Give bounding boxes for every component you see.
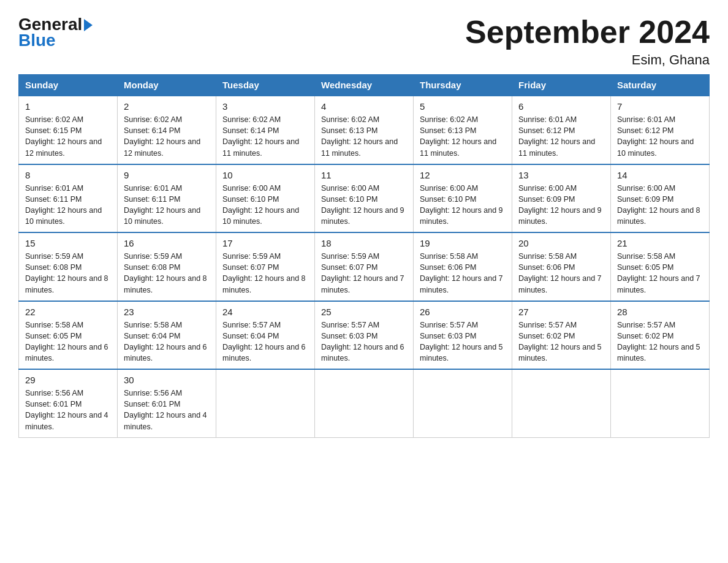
calendar-cell: 5Sunrise: 6:02 AMSunset: 6:13 PMDaylight… (414, 96, 512, 164)
day-info: Sunrise: 6:02 AMSunset: 6:14 PMDaylight:… (124, 114, 210, 159)
day-info: Sunrise: 6:00 AMSunset: 6:10 PMDaylight:… (321, 183, 407, 228)
day-number: 14 (617, 170, 703, 180)
weekday-header-friday: Friday (512, 75, 611, 96)
logo-blue-text: Blue (18, 31, 93, 50)
logo: General Blue (18, 15, 93, 50)
calendar-cell: 12Sunrise: 6:00 AMSunset: 6:10 PMDayligh… (414, 164, 512, 233)
day-info: Sunrise: 5:58 AMSunset: 6:05 PMDaylight:… (25, 320, 111, 364)
day-info: Sunrise: 5:58 AMSunset: 6:06 PMDaylight:… (420, 251, 506, 296)
day-info: Sunrise: 5:57 AMSunset: 6:02 PMDaylight:… (617, 320, 703, 364)
day-number: 16 (124, 238, 210, 248)
day-number: 1 (25, 101, 111, 112)
calendar-cell: 14Sunrise: 6:00 AMSunset: 6:09 PMDayligh… (611, 164, 710, 233)
calendar-cell: 20Sunrise: 5:58 AMSunset: 6:06 PMDayligh… (512, 232, 611, 301)
day-info: Sunrise: 6:02 AMSunset: 6:15 PMDaylight:… (25, 114, 111, 159)
calendar-cell (216, 369, 315, 437)
day-number: 22 (25, 307, 111, 317)
calendar-week-row: 1Sunrise: 6:02 AMSunset: 6:15 PMDaylight… (19, 96, 710, 164)
day-number: 30 (124, 375, 210, 385)
day-number: 26 (420, 307, 506, 317)
day-number: 3 (222, 101, 308, 112)
day-number: 11 (321, 170, 407, 180)
logo-arrow-icon (84, 19, 93, 31)
weekday-header-thursday: Thursday (414, 75, 512, 96)
calendar-cell: 28Sunrise: 5:57 AMSunset: 6:02 PMDayligh… (611, 301, 710, 370)
calendar-cell: 27Sunrise: 5:57 AMSunset: 6:02 PMDayligh… (512, 301, 611, 370)
weekday-header-row: SundayMondayTuesdayWednesdayThursdayFrid… (19, 75, 710, 96)
day-number: 20 (518, 238, 604, 248)
day-info: Sunrise: 5:58 AMSunset: 6:06 PMDaylight:… (518, 251, 604, 296)
day-info: Sunrise: 6:01 AMSunset: 6:12 PMDaylight:… (617, 114, 703, 159)
calendar-cell: 29Sunrise: 5:56 AMSunset: 6:01 PMDayligh… (19, 369, 118, 437)
day-info: Sunrise: 5:56 AMSunset: 6:01 PMDaylight:… (124, 388, 210, 432)
calendar-cell: 25Sunrise: 5:57 AMSunset: 6:03 PMDayligh… (315, 301, 414, 370)
day-info: Sunrise: 6:01 AMSunset: 6:12 PMDaylight:… (518, 114, 604, 159)
day-info: Sunrise: 5:59 AMSunset: 6:07 PMDaylight:… (321, 251, 407, 296)
day-info: Sunrise: 6:01 AMSunset: 6:11 PMDaylight:… (25, 183, 111, 228)
calendar-week-row: 22Sunrise: 5:58 AMSunset: 6:05 PMDayligh… (19, 301, 710, 370)
calendar-cell: 16Sunrise: 5:59 AMSunset: 6:08 PMDayligh… (118, 232, 216, 301)
calendar-cell: 30Sunrise: 5:56 AMSunset: 6:01 PMDayligh… (118, 369, 216, 437)
weekday-header-monday: Monday (118, 75, 216, 96)
calendar-cell: 3Sunrise: 6:02 AMSunset: 6:14 PMDaylight… (216, 96, 315, 164)
day-info: Sunrise: 5:57 AMSunset: 6:04 PMDaylight:… (222, 320, 308, 364)
calendar-week-row: 8Sunrise: 6:01 AMSunset: 6:11 PMDaylight… (19, 164, 710, 233)
day-number: 27 (518, 307, 604, 317)
day-number: 12 (420, 170, 506, 180)
calendar-cell: 4Sunrise: 6:02 AMSunset: 6:13 PMDaylight… (315, 96, 414, 164)
day-info: Sunrise: 5:59 AMSunset: 6:08 PMDaylight:… (124, 251, 210, 296)
calendar-header: September 2024 Esim, Ghana (465, 15, 710, 68)
page-header: General Blue September 2024 Esim, Ghana (18, 15, 710, 68)
day-number: 8 (25, 170, 111, 180)
calendar-cell: 21Sunrise: 5:58 AMSunset: 6:05 PMDayligh… (611, 232, 710, 301)
day-number: 4 (321, 101, 407, 112)
day-info: Sunrise: 5:57 AMSunset: 6:03 PMDaylight:… (321, 320, 407, 364)
calendar-cell: 24Sunrise: 5:57 AMSunset: 6:04 PMDayligh… (216, 301, 315, 370)
calendar-cell (315, 369, 414, 437)
day-number: 17 (222, 238, 308, 248)
calendar-cell: 6Sunrise: 6:01 AMSunset: 6:12 PMDaylight… (512, 96, 611, 164)
calendar-cell: 18Sunrise: 5:59 AMSunset: 6:07 PMDayligh… (315, 232, 414, 301)
day-info: Sunrise: 5:58 AMSunset: 6:04 PMDaylight:… (124, 320, 210, 364)
calendar-cell (512, 369, 611, 437)
day-info: Sunrise: 6:02 AMSunset: 6:13 PMDaylight:… (321, 114, 407, 159)
calendar-cell: 17Sunrise: 5:59 AMSunset: 6:07 PMDayligh… (216, 232, 315, 301)
weekday-header-sunday: Sunday (19, 75, 118, 96)
day-number: 7 (617, 101, 703, 112)
day-info: Sunrise: 5:56 AMSunset: 6:01 PMDaylight:… (25, 388, 111, 432)
day-number: 25 (321, 307, 407, 317)
calendar-title: September 2024 (465, 15, 710, 50)
calendar-subtitle: Esim, Ghana (465, 52, 710, 68)
calendar-week-row: 29Sunrise: 5:56 AMSunset: 6:01 PMDayligh… (19, 369, 710, 437)
calendar-table: SundayMondayTuesdayWednesdayThursdayFrid… (18, 74, 710, 438)
calendar-cell: 22Sunrise: 5:58 AMSunset: 6:05 PMDayligh… (19, 301, 118, 370)
calendar-cell (414, 369, 512, 437)
calendar-cell: 1Sunrise: 6:02 AMSunset: 6:15 PMDaylight… (19, 96, 118, 164)
day-info: Sunrise: 6:00 AMSunset: 6:10 PMDaylight:… (420, 183, 506, 228)
day-number: 13 (518, 170, 604, 180)
day-number: 28 (617, 307, 703, 317)
calendar-cell (611, 369, 710, 437)
weekday-header-saturday: Saturday (611, 75, 710, 96)
calendar-week-row: 15Sunrise: 5:59 AMSunset: 6:08 PMDayligh… (19, 232, 710, 301)
day-number: 18 (321, 238, 407, 248)
day-number: 5 (420, 101, 506, 112)
day-number: 10 (222, 170, 308, 180)
day-info: Sunrise: 5:59 AMSunset: 6:07 PMDaylight:… (222, 251, 308, 296)
day-info: Sunrise: 5:59 AMSunset: 6:08 PMDaylight:… (25, 251, 111, 296)
day-info: Sunrise: 6:02 AMSunset: 6:13 PMDaylight:… (420, 114, 506, 159)
day-number: 29 (25, 375, 111, 385)
calendar-cell: 26Sunrise: 5:57 AMSunset: 6:03 PMDayligh… (414, 301, 512, 370)
day-number: 23 (124, 307, 210, 317)
day-number: 2 (124, 101, 210, 112)
calendar-cell: 13Sunrise: 6:00 AMSunset: 6:09 PMDayligh… (512, 164, 611, 233)
weekday-header-wednesday: Wednesday (315, 75, 414, 96)
day-info: Sunrise: 6:00 AMSunset: 6:09 PMDaylight:… (617, 183, 703, 228)
calendar-cell: 15Sunrise: 5:59 AMSunset: 6:08 PMDayligh… (19, 232, 118, 301)
weekday-header-tuesday: Tuesday (216, 75, 315, 96)
calendar-cell: 8Sunrise: 6:01 AMSunset: 6:11 PMDaylight… (19, 164, 118, 233)
calendar-cell: 9Sunrise: 6:01 AMSunset: 6:11 PMDaylight… (118, 164, 216, 233)
calendar-cell: 2Sunrise: 6:02 AMSunset: 6:14 PMDaylight… (118, 96, 216, 164)
calendar-cell: 23Sunrise: 5:58 AMSunset: 6:04 PMDayligh… (118, 301, 216, 370)
day-number: 6 (518, 101, 604, 112)
